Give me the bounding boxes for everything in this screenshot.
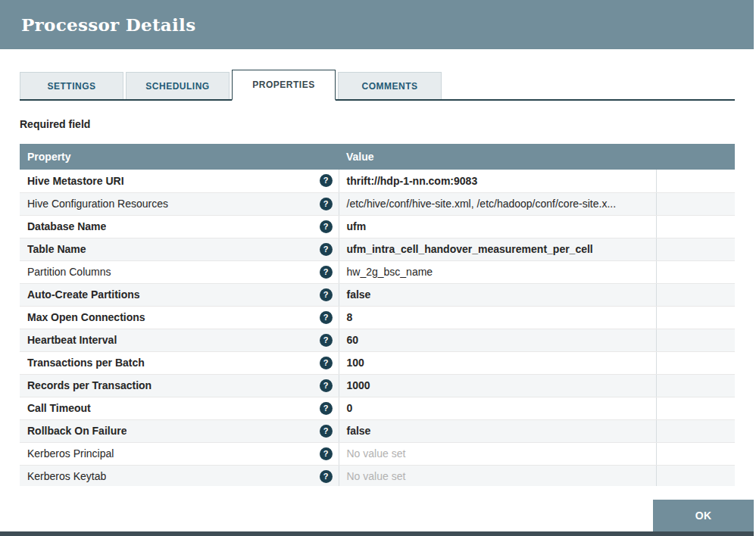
property-name: Table Name — [27, 243, 86, 255]
help-icon[interactable]: ? — [320, 334, 333, 347]
tab-properties[interactable]: PROPERTIES — [232, 70, 336, 101]
dialog-title: Processor Details — [21, 14, 195, 35]
property-name: Max Open Connections — [27, 311, 145, 323]
empty-cell — [656, 238, 735, 260]
help-icon[interactable]: ? — [320, 288, 333, 301]
property-name: Kerberos Principal — [27, 447, 114, 460]
property-row: Kerberos Keytab ? No value set — [20, 465, 735, 486]
properties-scroll-area[interactable]: Property Value Hive Metastore URI ? thri… — [20, 144, 735, 486]
empty-cell — [656, 397, 735, 419]
property-row: Partition Columns ? hw_2g_bsc_name — [20, 260, 735, 283]
help-icon[interactable]: ? — [320, 402, 333, 415]
empty-cell — [656, 465, 735, 486]
property-row: Rollback On Failure ? false — [20, 419, 735, 442]
property-value: 0 — [347, 402, 353, 414]
dialog-bottom-border — [0, 531, 754, 536]
empty-cell — [656, 215, 735, 238]
property-name: Hive Configuration Resources — [27, 198, 168, 210]
empty-cell — [656, 419, 735, 442]
property-value: 1000 — [347, 379, 370, 391]
column-header-extra — [656, 144, 735, 170]
property-row: Transactions per Batch ? 100 — [20, 351, 735, 374]
property-name: Heartbeat Interval — [27, 334, 117, 346]
empty-cell — [656, 192, 735, 215]
property-value: 100 — [347, 357, 364, 369]
empty-cell — [656, 374, 735, 397]
property-value: false — [347, 425, 371, 437]
help-icon[interactable]: ? — [320, 198, 333, 210]
dialog-content: SETTINGSSCHEDULINGPROPERTIESCOMMENTS Req… — [0, 49, 754, 486]
property-value: false — [347, 288, 371, 301]
help-icon[interactable]: ? — [320, 311, 333, 324]
property-value: ufm_intra_cell_handover_measurement_per_… — [347, 243, 593, 255]
property-value: 60 — [347, 334, 359, 346]
processor-details-dialog: Processor Details SETTINGSSCHEDULINGPROP… — [0, 0, 754, 536]
empty-cell — [656, 170, 735, 192]
dialog-header: Processor Details — [0, 0, 754, 49]
property-name: Records per Transaction — [27, 379, 152, 391]
empty-cell — [656, 306, 735, 329]
empty-cell — [656, 329, 735, 351]
property-row: Kerberos Principal ? No value set — [20, 442, 735, 465]
tab-bar: SETTINGSSCHEDULINGPROPERTIESCOMMENTS — [20, 70, 735, 101]
help-icon[interactable]: ? — [320, 266, 333, 279]
empty-cell — [656, 260, 735, 283]
property-value: thrift://hdp-1-nn.com:9083 — [347, 175, 478, 187]
property-name: Rollback On Failure — [27, 425, 127, 437]
help-icon[interactable]: ? — [320, 425, 333, 438]
property-name: Transactions per Batch — [27, 357, 145, 369]
property-value: hw_2g_bsc_name — [347, 266, 433, 278]
property-row: Max Open Connections ? 8 — [20, 306, 735, 329]
help-icon[interactable]: ? — [320, 379, 333, 392]
properties-table: Property Value Hive Metastore URI ? thri… — [20, 144, 735, 486]
required-field-note: Required field — [20, 118, 735, 131]
property-row: Records per Transaction ? 1000 — [20, 374, 735, 397]
property-row: Heartbeat Interval ? 60 — [20, 329, 735, 351]
property-row: Hive Configuration Resources ? /etc/hive… — [20, 192, 735, 215]
property-row: Table Name ? ufm_intra_cell_handover_mea… — [20, 238, 735, 260]
property-row: Auto-Create Partitions ? false — [20, 283, 735, 306]
property-value: No value set — [347, 470, 406, 482]
empty-cell — [656, 351, 735, 374]
help-icon[interactable]: ? — [320, 357, 333, 369]
property-row: Hive Metastore URI ? thrift://hdp-1-nn.c… — [20, 170, 735, 192]
help-icon[interactable]: ? — [320, 470, 333, 483]
property-name: Database Name — [27, 220, 106, 232]
property-name: Call Timeout — [27, 402, 91, 414]
property-name: Auto-Create Partitions — [27, 288, 140, 301]
help-icon[interactable]: ? — [320, 243, 333, 256]
property-name: Partition Columns — [27, 266, 111, 278]
properties-table-body: Hive Metastore URI ? thrift://hdp-1-nn.c… — [20, 170, 735, 486]
tab-comments[interactable]: COMMENTS — [338, 72, 442, 99]
tab-settings[interactable]: SETTINGS — [20, 72, 123, 99]
table-header-row: Property Value — [20, 144, 735, 170]
property-name: Kerberos Keytab — [27, 470, 106, 482]
help-icon[interactable]: ? — [320, 220, 333, 233]
help-icon[interactable]: ? — [320, 174, 333, 187]
property-row: Database Name ? ufm — [20, 215, 735, 238]
property-value: ufm — [347, 220, 367, 232]
empty-cell — [656, 283, 735, 306]
help-icon[interactable]: ? — [320, 447, 333, 460]
column-header-value: Value — [339, 144, 656, 170]
dialog-footer: OK — [0, 486, 754, 531]
property-name: Hive Metastore URI — [27, 175, 124, 187]
empty-cell — [656, 442, 735, 465]
column-header-property: Property — [20, 144, 339, 170]
property-value: /etc/hive/conf/hive-site.xml, /etc/hadoo… — [347, 198, 617, 210]
property-row: Call Timeout ? 0 — [20, 397, 735, 419]
tab-scheduling[interactable]: SCHEDULING — [126, 72, 230, 99]
property-value: 8 — [347, 311, 353, 323]
property-value: No value set — [347, 447, 406, 460]
ok-button[interactable]: OK — [653, 500, 754, 531]
